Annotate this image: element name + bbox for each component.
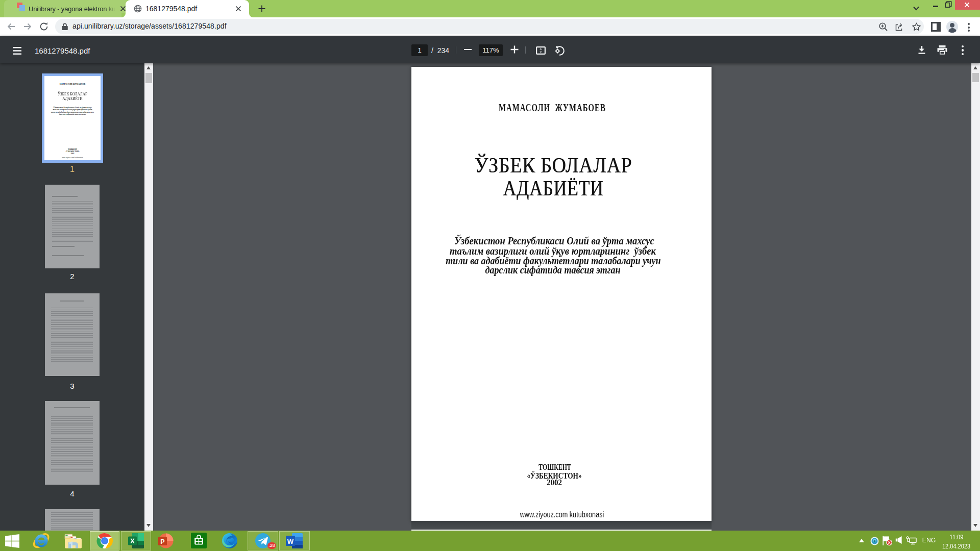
svg-text:P: P xyxy=(160,538,164,545)
svg-text:W: W xyxy=(287,538,294,545)
